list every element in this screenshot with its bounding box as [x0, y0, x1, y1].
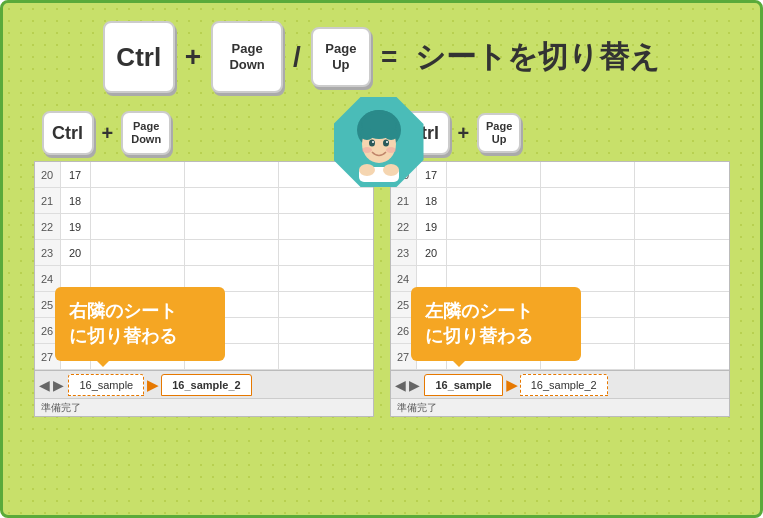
right-callout: 左隣のシートに切り替わる — [411, 287, 581, 361]
pageup-key-large: PageUp — [311, 27, 371, 87]
table-row: 22 19 — [391, 214, 729, 240]
table-row: 21 18 — [391, 188, 729, 214]
right-pageup-key: PageUp — [477, 113, 521, 153]
svg-point-8 — [372, 141, 374, 143]
page-title: シートを切り替え — [415, 37, 660, 78]
svg-point-10 — [362, 147, 372, 153]
equals-operator: = — [381, 41, 397, 73]
left-plus: + — [102, 122, 114, 145]
top-row: Ctrl + PageDown / PageUp = シートを切り替え — [23, 21, 740, 93]
table-row: 23 20 — [391, 240, 729, 266]
left-panel: Ctrl + PageDown — [34, 111, 374, 417]
right-spreadsheet: 20 17 21 18 22 19 — [390, 161, 730, 417]
right-tab-bar: ◀ ▶ 16_sample ◀ 16_sample_2 — [391, 370, 729, 398]
table-row: 20 17 — [35, 162, 373, 188]
pagedown-key-large: PageDown — [211, 21, 283, 93]
table-row: 22 19 — [35, 214, 373, 240]
svg-point-6 — [369, 140, 375, 147]
avatar-svg — [339, 102, 419, 182]
svg-point-13 — [359, 164, 375, 176]
slash-operator: / — [293, 41, 301, 73]
right-tab-arrow: ◀ — [506, 377, 517, 393]
left-tab-bar: ◀ ▶ 16_sample ▶ 16_sample_2 — [35, 370, 373, 398]
right-panel-header: Ctrl + PageUp — [390, 111, 730, 155]
avatar-container — [334, 97, 424, 187]
left-ctrl-key: Ctrl — [42, 111, 94, 155]
table-row: 23 20 — [35, 240, 373, 266]
right-tab-sample1[interactable]: 16_sample — [424, 374, 502, 396]
right-panel: Ctrl + PageUp 20 17 21 18 — [390, 111, 730, 417]
tab-nav-left[interactable]: ◀ ▶ — [39, 377, 65, 393]
left-callout: 右隣のシートに切り替わる — [55, 287, 225, 361]
right-tab-sample2[interactable]: 16_sample_2 — [520, 374, 608, 396]
table-row: 21 18 — [35, 188, 373, 214]
right-status-text: 準備完了 — [397, 401, 437, 415]
right-tab-nav[interactable]: ◀ ▶ — [395, 377, 421, 393]
svg-point-7 — [383, 140, 389, 147]
svg-point-11 — [386, 147, 396, 153]
left-panel-header: Ctrl + PageDown — [34, 111, 374, 155]
main-background: Ctrl + PageDown / PageUp = シートを切り替え Ctrl… — [0, 0, 763, 518]
avatar — [334, 97, 424, 187]
svg-point-4 — [360, 128, 374, 140]
table-row: 20 17 — [391, 162, 729, 188]
ctrl-key-large: Ctrl — [103, 21, 175, 93]
svg-point-5 — [384, 128, 398, 140]
right-plus: + — [458, 122, 470, 145]
right-status-bar: 準備完了 — [391, 398, 729, 416]
left-spreadsheet: 20 17 21 18 22 19 — [34, 161, 374, 417]
left-status-text: 準備完了 — [41, 401, 81, 415]
svg-point-9 — [386, 141, 388, 143]
plus-operator-1: + — [185, 41, 201, 73]
left-tab-sample1[interactable]: 16_sample — [68, 374, 144, 396]
panels-row: Ctrl + PageDown — [23, 111, 740, 417]
left-pagedown-key: PageDown — [121, 111, 171, 155]
left-tab-sample2[interactable]: 16_sample_2 — [161, 374, 252, 396]
left-tab-arrow: ▶ — [147, 377, 158, 393]
left-status-bar: 準備完了 — [35, 398, 373, 416]
svg-point-14 — [383, 164, 399, 176]
